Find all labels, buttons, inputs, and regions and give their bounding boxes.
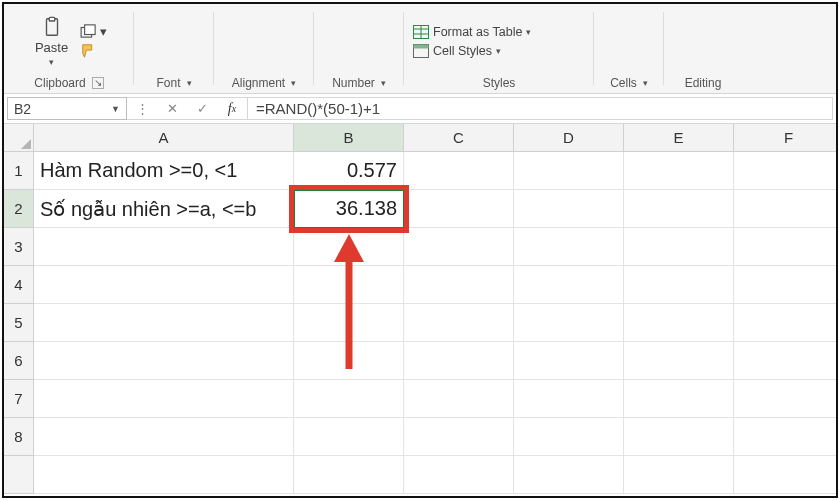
cell-D2[interactable]	[514, 190, 624, 228]
fx-icon[interactable]: fx	[217, 101, 247, 117]
table-icon	[413, 25, 429, 39]
ribbon-group-cells: Cells ▾	[594, 4, 664, 93]
cell-E4[interactable]	[624, 266, 734, 304]
cell-B5[interactable]	[294, 304, 404, 342]
format-as-table-label: Format as Table	[433, 25, 522, 39]
col-header-F[interactable]: F	[734, 124, 838, 152]
row-header-3[interactable]: 3	[4, 228, 34, 266]
cell-C5[interactable]	[404, 304, 514, 342]
name-box[interactable]: B2 ▼	[7, 97, 127, 120]
formula-bar: B2 ▼ ⋮ ✕ ✓ fx =RAND()*(50-1)+1	[4, 94, 836, 124]
cell-B4[interactable]	[294, 266, 404, 304]
group-label-clipboard: Clipboard	[34, 76, 85, 90]
row-header-5[interactable]: 5	[4, 304, 34, 342]
cell-F5[interactable]	[734, 304, 838, 342]
cell-B8[interactable]	[294, 418, 404, 456]
cell-D4[interactable]	[514, 266, 624, 304]
cell-C2[interactable]	[404, 190, 514, 228]
cell-D5[interactable]	[514, 304, 624, 342]
group-label-font: Font	[156, 76, 180, 90]
cell-F2[interactable]	[734, 190, 838, 228]
cell-E6[interactable]	[624, 342, 734, 380]
col-header-C[interactable]: C	[404, 124, 514, 152]
cell-F6[interactable]	[734, 342, 838, 380]
cell-E3[interactable]	[624, 228, 734, 266]
accept-icon[interactable]: ✓	[187, 101, 217, 116]
chevron-down-icon: ▾	[381, 78, 386, 88]
row-header-8[interactable]: 8	[4, 418, 34, 456]
cell-A4[interactable]	[34, 266, 294, 304]
cell-A2[interactable]: Số ngẫu nhiên >=a, <=b	[34, 190, 294, 228]
cell-F3[interactable]	[734, 228, 838, 266]
format-as-table-button[interactable]: Format as Table ▾	[410, 24, 534, 40]
cell-C1[interactable]	[404, 152, 514, 190]
group-label-number: Number	[332, 76, 375, 90]
cell-E5[interactable]	[624, 304, 734, 342]
row-header-1[interactable]: 1	[4, 152, 34, 190]
cancel-icon[interactable]: ✕	[157, 101, 187, 116]
cell-C6[interactable]	[404, 342, 514, 380]
cell-A3[interactable]	[34, 228, 294, 266]
chevron-down-icon: ▾	[643, 78, 648, 88]
cell-B2[interactable]: 36.138	[294, 190, 404, 228]
cell-C3[interactable]	[404, 228, 514, 266]
cell-D8[interactable]	[514, 418, 624, 456]
select-all-corner[interactable]	[4, 124, 34, 152]
cell-styles-icon	[413, 44, 429, 58]
cell-A8[interactable]	[34, 418, 294, 456]
cell-C8[interactable]	[404, 418, 514, 456]
row-header-2[interactable]: 2	[4, 190, 34, 228]
copy-icon[interactable]: ▾	[80, 24, 107, 39]
clipboard-icon	[41, 16, 63, 38]
grid-body[interactable]: Hàm Random >=0, <1 0.577 Số ngẫu nhiên >…	[34, 152, 838, 494]
formula-input[interactable]: =RAND()*(50-1)+1	[248, 97, 833, 120]
cell-B3[interactable]	[294, 228, 404, 266]
row-header-4[interactable]: 4	[4, 266, 34, 304]
dialog-launcher-icon[interactable]: ↘	[92, 77, 104, 89]
cell-C4[interactable]	[404, 266, 514, 304]
paste-button[interactable]: Paste ▾	[31, 16, 72, 67]
cell-F8[interactable]	[734, 418, 838, 456]
chevron-down-icon: ▾	[496, 46, 501, 56]
cell-F1[interactable]	[734, 152, 838, 190]
cell-D7[interactable]	[514, 380, 624, 418]
group-label-styles: Styles	[483, 76, 516, 90]
cell-E7[interactable]	[624, 380, 734, 418]
cell-B7[interactable]	[294, 380, 404, 418]
cell-B6[interactable]	[294, 342, 404, 380]
cell-styles-button[interactable]: Cell Styles ▾	[410, 43, 504, 59]
col-header-D[interactable]: D	[514, 124, 624, 152]
group-label-cells: Cells	[610, 76, 637, 90]
cell-B1[interactable]: 0.577	[294, 152, 404, 190]
col-header-A[interactable]: A	[34, 124, 294, 152]
row-header-7[interactable]: 7	[4, 380, 34, 418]
row-header-6[interactable]: 6	[4, 342, 34, 380]
cell-E2[interactable]	[624, 190, 734, 228]
ribbon-group-styles: Format as Table ▾ Cell Styles ▾ Styles	[404, 4, 594, 93]
cell-F4[interactable]	[734, 266, 838, 304]
col-header-E[interactable]: E	[624, 124, 734, 152]
cell-A5[interactable]	[34, 304, 294, 342]
ribbon-group-editing: Editing	[664, 4, 742, 93]
cell-F7[interactable]	[734, 380, 838, 418]
row-header-blank[interactable]	[4, 456, 34, 494]
cell-A1[interactable]: Hàm Random >=0, <1	[34, 152, 294, 190]
ribbon-group-alignment: Alignment ▾	[214, 4, 314, 93]
cell-E1[interactable]	[624, 152, 734, 190]
cell-D3[interactable]	[514, 228, 624, 266]
cell-A6[interactable]	[34, 342, 294, 380]
chevron-down-icon[interactable]: ▼	[111, 104, 120, 114]
worksheet: 1 2 3 4 5 6 7 8 A B C D E F G Hàm Random…	[4, 124, 836, 494]
cell-E8[interactable]	[624, 418, 734, 456]
col-header-B[interactable]: B	[294, 124, 404, 152]
format-painter-icon[interactable]	[80, 43, 98, 59]
more-functions-icon[interactable]: ⋮	[127, 101, 157, 116]
cell-styles-label: Cell Styles	[433, 44, 492, 58]
chevron-down-icon: ▾	[187, 78, 192, 88]
row-headers: 1 2 3 4 5 6 7 8	[4, 124, 34, 494]
cell-A7[interactable]	[34, 380, 294, 418]
cell-D6[interactable]	[514, 342, 624, 380]
cell-D1[interactable]	[514, 152, 624, 190]
cell-C7[interactable]	[404, 380, 514, 418]
chevron-down-icon: ▾	[49, 57, 54, 67]
